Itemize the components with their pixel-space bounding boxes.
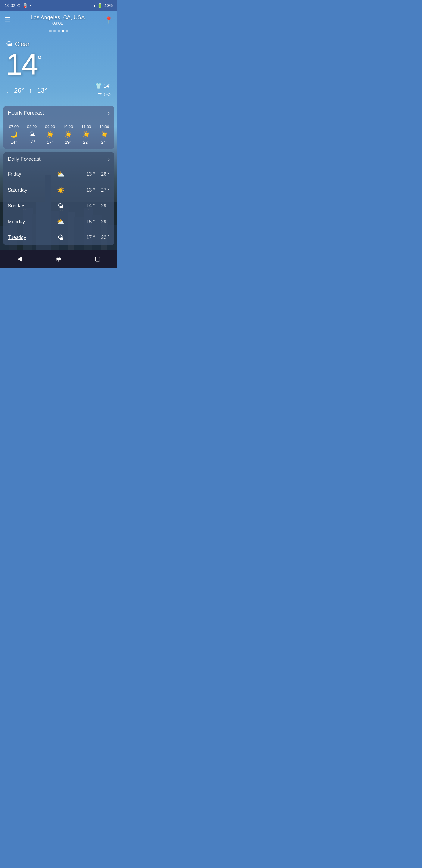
daily-weather-icon: ☀️ (35, 187, 87, 194)
daily-high-temp: 29 ° (101, 219, 110, 224)
weather-main: 🌤 Clear 14 ° ↓ 26° ↑ 13° 👕 14° ☂ 0% (0, 34, 118, 102)
daily-temp-range: 14 ° 29 ° (87, 203, 110, 209)
daily-weather-icon: ⛅ (35, 218, 87, 225)
daily-weather-icon: 🌤 (35, 203, 87, 210)
daily-temp-range: 17 ° 22 ° (87, 235, 110, 240)
daily-weather-icon: 🌤 (35, 234, 87, 241)
condition-sun-icon: 🌤 (6, 40, 13, 48)
daily-day-name: Saturday (8, 187, 35, 193)
temp-up-arrow: ↑ (29, 87, 32, 94)
hourly-temp: 24° (101, 140, 107, 145)
wifi-icon: ▾ (93, 3, 96, 8)
hourly-icon: 🌤 (29, 131, 35, 138)
hourly-temp: 17° (47, 140, 53, 145)
hourly-item: 11:00 ☀️ 22° (78, 123, 95, 146)
daily-low-temp: 15 ° (87, 219, 95, 224)
status-time: 10:02 (5, 3, 15, 8)
temperature-value: 14 (6, 49, 37, 79)
hourly-scroll-container[interactable]: 07:00 🌙 14° 08:00 🌤 14° 09:00 ☀️ 17° 10:… (3, 120, 115, 149)
tshirt-icon: 👕 (95, 83, 103, 89)
hourly-item: 13:00 ⛅ 25° (114, 123, 115, 146)
dot-2 (53, 30, 56, 32)
daily-low-temp: 13 ° (87, 172, 95, 177)
condition-label: Clear (15, 41, 30, 48)
hourly-time: 09:00 (45, 124, 55, 129)
daily-forecast-title: Daily Forecast (8, 156, 41, 162)
daily-temp-range: 13 ° 27 ° (87, 187, 110, 193)
temp-down-arrow: ↓ (6, 87, 9, 94)
umbrella-icon: ☂ (97, 92, 104, 98)
daily-high-temp: 26 ° (101, 172, 110, 177)
daily-temp-range: 13 ° 26 ° (87, 172, 110, 177)
daily-weather-icon: ⛅ (35, 170, 87, 178)
status-icon-2: 🪫 (23, 3, 28, 8)
app-header: ☰ Los Angeles, CA, USA 08:01 📍 (0, 11, 118, 28)
hourly-item: 09:00 ☀️ 17° (41, 123, 59, 146)
degree-symbol: ° (37, 54, 41, 66)
daily-day-name: Monday (8, 219, 35, 224)
dot-3 (58, 30, 60, 32)
feels-rain-info: 👕 14° ☂ 0% (95, 82, 111, 99)
back-button[interactable]: ◀ (11, 253, 28, 264)
feels-like-temp: 14° (103, 83, 111, 89)
daily-high-temp: 29 ° (101, 203, 110, 209)
city-name: Los Angeles, CA, USA (30, 14, 85, 21)
status-icon-1: ⊙ (17, 3, 21, 8)
status-right: ▾ 🔋 40% (93, 3, 112, 8)
local-time: 08:01 (30, 21, 85, 26)
location-info: Los Angeles, CA, USA 08:01 (30, 14, 85, 26)
daily-row: Sunday 🌤 14 ° 29 ° (3, 198, 115, 214)
daily-low-temp: 14 ° (87, 203, 95, 209)
daily-temp-range: 15 ° 29 ° (87, 219, 110, 224)
daily-day-name: Tuesday (8, 235, 35, 240)
hourly-icon: ☀️ (46, 131, 54, 138)
hourly-forecast-header[interactable]: Hourly Forecast › (3, 106, 115, 120)
hourly-forecast-card: Hourly Forecast › 07:00 🌙 14° 08:00 🌤 14… (3, 106, 115, 149)
status-left: 10:02 ⊙ 🪫 • (5, 3, 31, 8)
hourly-icon: ☀️ (83, 131, 90, 138)
temperature-display: 14 ° (6, 49, 111, 79)
recents-button[interactable]: ▢ (89, 253, 107, 264)
daily-forecast-header[interactable]: Daily Forecast › (3, 152, 115, 166)
daily-row: Tuesday 🌤 17 ° 22 ° (3, 230, 115, 245)
rain-chance: 0% (104, 92, 111, 98)
hourly-item: 07:00 🌙 14° (5, 123, 22, 146)
rain-row: ☂ 0% (95, 90, 111, 99)
daily-low-temp: 17 ° (87, 235, 95, 240)
hourly-time: 10:00 (63, 124, 73, 129)
temp-high: 13° (37, 87, 47, 94)
daily-high-temp: 27 ° (101, 187, 110, 193)
hourly-chevron-icon[interactable]: › (108, 110, 110, 116)
battery-percent: 40% (104, 3, 112, 8)
dot-4-active (62, 30, 64, 32)
condition-row: 🌤 Clear (6, 40, 111, 48)
hourly-time: 12:00 (99, 124, 109, 129)
battery-icon: 🔋 (97, 3, 102, 8)
location-button[interactable]: 📍 (104, 16, 112, 24)
hourly-temp: 14° (29, 140, 35, 144)
daily-chevron-icon[interactable]: › (108, 156, 110, 162)
daily-low-temp: 13 ° (87, 187, 95, 193)
hourly-time: 07:00 (9, 124, 19, 129)
daily-row: Saturday ☀️ 13 ° 27 ° (3, 182, 115, 198)
hourly-forecast-title: Hourly Forecast (8, 110, 44, 116)
status-dot: • (30, 3, 31, 8)
navigation-bar: ◀ ◉ ▢ (0, 250, 118, 268)
hourly-time: 11:00 (81, 124, 91, 129)
status-bar: 10:02 ⊙ 🪫 • ▾ 🔋 40% (0, 0, 118, 11)
feels-like-row: 👕 14° (95, 82, 111, 90)
daily-rows-container: Friday ⛅ 13 ° 26 ° Saturday ☀️ 13 ° 27 °… (3, 166, 115, 245)
hourly-item: 08:00 🌤 14° (24, 123, 40, 146)
dot-5 (66, 30, 68, 32)
menu-button[interactable]: ☰ (5, 17, 11, 24)
hourly-icon: ☀️ (101, 131, 108, 138)
daily-row: Friday ⛅ 13 ° 26 ° (3, 166, 115, 182)
dot-1 (49, 30, 52, 32)
page-indicator (0, 30, 118, 32)
daily-day-name: Friday (8, 172, 35, 177)
hourly-temp: 19° (65, 140, 71, 145)
home-button[interactable]: ◉ (50, 253, 67, 264)
daily-forecast-card: Daily Forecast › Friday ⛅ 13 ° 26 ° Satu… (3, 152, 115, 245)
daily-high-temp: 22 ° (101, 235, 110, 240)
temp-range-left: ↓ 26° ↑ 13° (6, 87, 47, 94)
